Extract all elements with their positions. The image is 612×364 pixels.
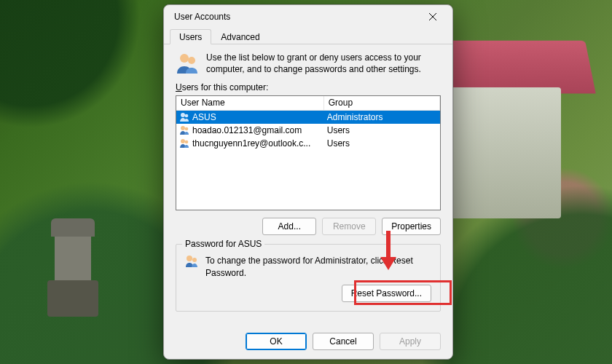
table-row[interactable]: ASUSAdministrators: [176, 111, 440, 124]
users-list-header: User Name Group: [176, 96, 440, 111]
properties-button[interactable]: Properties: [382, 218, 441, 235]
password-group: Password for ASUS To change the password…: [176, 244, 441, 311]
column-group[interactable]: Group: [324, 96, 440, 111]
users-list[interactable]: User Name Group ASUSAdministratorshoadao…: [176, 95, 441, 210]
wallpaper-lantern: [44, 218, 102, 320]
table-row[interactable]: thucnguyenn1rey@outlook.c...Users: [176, 137, 440, 150]
close-icon: [429, 13, 436, 20]
svg-point-4: [181, 113, 185, 117]
svg-point-8: [181, 139, 185, 143]
apply-button: Apply: [380, 333, 441, 350]
cancel-button[interactable]: Cancel: [313, 333, 374, 350]
remove-button: Remove: [322, 218, 376, 235]
tab-strip: Users Advanced: [164, 28, 452, 44]
tab-content: Use the list below to grant or deny user…: [164, 44, 452, 325]
cell-group: Users: [327, 138, 350, 149]
svg-point-2: [180, 54, 189, 63]
cell-username: ASUS: [192, 112, 216, 122]
user-icon: [179, 138, 189, 149]
tab-advanced[interactable]: Advanced: [211, 29, 269, 44]
svg-point-5: [185, 114, 189, 118]
users-button-row: Add... Remove Properties: [176, 218, 441, 235]
users-list-label: Users for this computer:: [176, 82, 441, 92]
users-list-label-text: sers for this computer:: [182, 82, 269, 92]
ok-button[interactable]: OK: [246, 333, 307, 350]
intro-row: Use the list below to grant or deny user…: [176, 52, 441, 75]
user-accounts-window: User Accounts Users Advanced Use the lis…: [163, 4, 453, 360]
tab-users[interactable]: Users: [170, 29, 211, 44]
svg-point-9: [185, 141, 189, 144]
close-button[interactable]: [416, 6, 450, 28]
cell-group: Users: [327, 125, 350, 135]
table-row[interactable]: hoadao.012131@gmail.comUsers: [176, 124, 440, 137]
password-group-title: Password for ASUS: [182, 239, 264, 249]
svg-point-10: [187, 256, 192, 261]
password-text: To change the password for Administrator…: [205, 255, 431, 278]
users-icon: [176, 52, 199, 75]
window-title: User Accounts: [174, 12, 230, 22]
dialog-footer: OK Cancel Apply: [164, 325, 452, 359]
intro-text: Use the list below to grant or deny user…: [206, 52, 441, 75]
svg-point-7: [185, 127, 189, 131]
user-icon: [179, 112, 189, 122]
cell-username: thucnguyenn1rey@outlook.c...: [192, 138, 310, 149]
cell-username: hoadao.012131@gmail.com: [192, 125, 302, 135]
svg-point-3: [188, 57, 195, 64]
cell-group: Administrators: [327, 112, 383, 122]
user-icon: [179, 125, 189, 135]
svg-point-6: [181, 126, 185, 130]
svg-point-11: [192, 258, 197, 262]
reset-password-button[interactable]: Reset Password...: [342, 285, 431, 302]
titlebar: User Accounts: [164, 5, 452, 28]
column-username[interactable]: User Name: [176, 96, 324, 111]
add-button[interactable]: Add...: [262, 218, 316, 235]
key-users-icon: [185, 255, 198, 268]
